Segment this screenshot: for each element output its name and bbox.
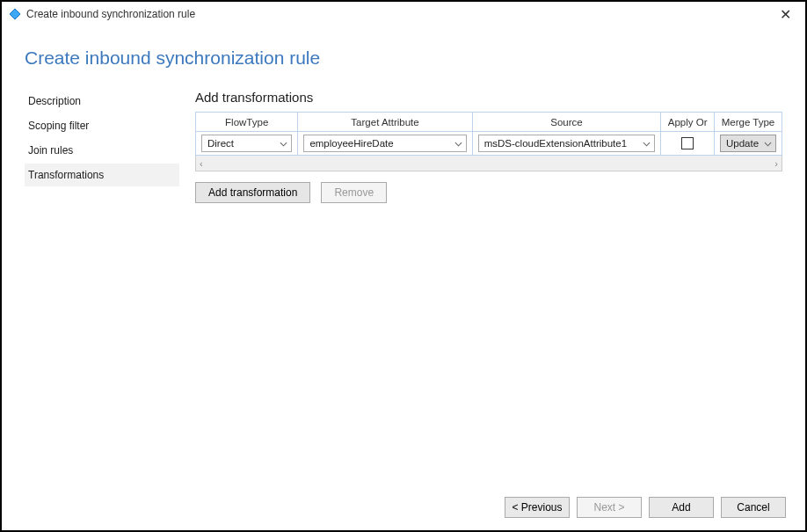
cancel-button[interactable]: Cancel [721,497,786,518]
source-value: msDS-cloudExtensionAttribute1 [484,138,627,149]
chevron-down-icon [280,138,287,149]
chevron-down-icon [643,138,651,149]
svg-marker-0 [10,9,20,19]
col-flow-type: FlowType [196,113,298,132]
add-transformation-button[interactable]: Add transformation [195,182,310,203]
window-title: Create inbound synchronization rule [26,8,195,20]
sidebar: Description Scoping filter Join rules Tr… [25,90,179,203]
target-attribute-value: employeeHireDate [309,138,393,149]
transformations-table: FlowType Target Attribute Source Apply O… [195,112,782,156]
sidebar-item-description[interactable]: Description [25,90,179,113]
source-select[interactable]: msDS-cloudExtensionAttribute1 [478,135,656,152]
titlebar: Create inbound synchronization rule ✕ [2,2,805,26]
col-source: Source [472,113,661,132]
remove-button[interactable]: Remove [321,182,387,203]
chevron-down-icon [454,138,462,149]
sidebar-item-transformations[interactable]: Transformations [25,164,179,186]
next-button[interactable]: Next > [577,497,642,518]
table-row: Direct employeeHireDate msDS-cloudExtens… [196,132,782,156]
table-header-row: FlowType Target Attribute Source Apply O… [196,113,782,132]
page-title: Create inbound synchronization rule [2,26,805,90]
close-icon[interactable]: ✕ [773,4,798,25]
col-target-attribute: Target Attribute [298,113,472,132]
section-title: Add transformations [195,90,782,105]
sidebar-item-scoping-filter[interactable]: Scoping filter [25,114,179,137]
flow-type-value: Direct [207,138,234,149]
apply-once-checkbox[interactable] [681,137,694,149]
scroll-right-icon[interactable]: › [774,158,778,169]
flow-type-select[interactable]: Direct [201,135,292,152]
previous-button[interactable]: < Previous [505,497,570,518]
col-merge-type: Merge Type [714,113,782,132]
merge-type-value: Update [726,138,759,149]
app-icon [9,8,21,20]
wizard-footer: < Previous Next > Add Cancel [505,497,786,518]
horizontal-scrollbar[interactable]: ‹ › [195,156,782,171]
main-panel: Add transformations FlowType Target Attr… [195,90,782,203]
scroll-left-icon[interactable]: ‹ [200,158,203,169]
target-attribute-select[interactable]: employeeHireDate [303,135,466,152]
chevron-down-icon [764,138,772,149]
add-button[interactable]: Add [649,497,714,518]
merge-type-select[interactable]: Update [720,135,776,152]
col-apply-once: Apply Or [661,113,715,132]
sidebar-item-join-rules[interactable]: Join rules [25,139,179,162]
